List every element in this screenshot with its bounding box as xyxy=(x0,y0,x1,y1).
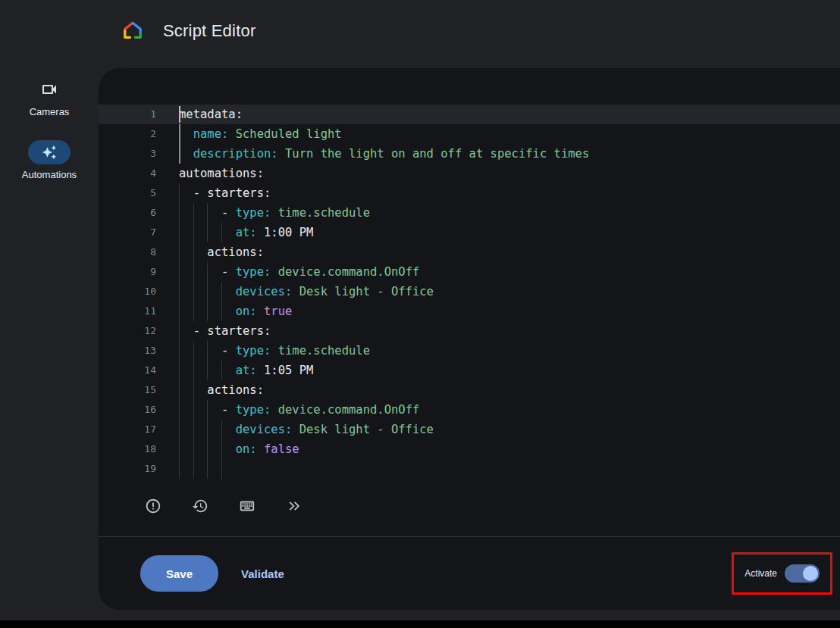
script-editor-page: Script Editor Cameras Automations 1metad… xyxy=(0,0,840,628)
problems-button[interactable] xyxy=(138,491,168,521)
line-number: 8 xyxy=(99,242,156,262)
code-line-13[interactable]: 13 - type: time.schedule xyxy=(99,341,840,361)
indent-guide xyxy=(207,341,208,361)
indent-guide xyxy=(193,223,194,242)
code-line-6[interactable]: 6 - type: time.schedule xyxy=(99,203,840,223)
indent-guide xyxy=(207,203,208,223)
indent-guide xyxy=(207,223,208,242)
sidebar-item-automations[interactable]: Automations xyxy=(22,140,77,180)
indent-guide xyxy=(207,400,208,420)
activate-toggle[interactable] xyxy=(785,564,820,583)
indent-guide xyxy=(193,203,194,223)
code-line-1[interactable]: 1metadata: xyxy=(99,105,840,124)
code-line-7[interactable]: 7 at: 1:00 PM xyxy=(99,223,840,242)
indent-guide xyxy=(221,282,222,302)
code-line-text: on: true xyxy=(179,302,292,321)
code-line-text: - type: device.command.OnOff xyxy=(179,400,419,420)
line-number: 14 xyxy=(99,361,156,380)
auto-awesome-icon xyxy=(28,140,71,164)
indent-guide xyxy=(179,459,180,479)
keyboard-icon xyxy=(239,498,255,514)
indent-guide xyxy=(221,439,222,459)
line-number: 10 xyxy=(99,282,156,302)
code-line-15[interactable]: 15 actions: xyxy=(99,380,840,400)
code-line-16[interactable]: 16 - type: device.command.OnOff xyxy=(99,400,840,420)
code-line-text: - starters: xyxy=(179,321,271,341)
code-line-4[interactable]: 4automations: xyxy=(99,164,840,183)
code-line-8[interactable]: 8 actions: xyxy=(99,242,840,262)
sidebar: Cameras Automations xyxy=(0,62,99,180)
line-number: 15 xyxy=(99,380,156,400)
indent-guide xyxy=(179,400,180,420)
line-number: 2 xyxy=(99,124,156,144)
indent-guide xyxy=(193,459,194,479)
indent-guide xyxy=(179,282,180,302)
indent-guide xyxy=(207,420,208,439)
code-line-text: at: 1:05 PM xyxy=(179,361,313,380)
keyboard-button[interactable] xyxy=(232,491,262,521)
line-number: 18 xyxy=(99,439,156,459)
line-number: 7 xyxy=(99,223,156,242)
indent-guide xyxy=(193,380,194,400)
code-line-text: - type: time.schedule xyxy=(179,203,370,223)
code-line-18[interactable]: 18 on: false xyxy=(99,439,840,459)
code-line-14[interactable]: 14 at: 1:05 PM xyxy=(99,361,840,380)
code-line-9[interactable]: 9 - type: device.command.OnOff xyxy=(99,262,840,282)
code-line-10[interactable]: 10 devices: Desk light - Office xyxy=(99,282,840,302)
code-line-17[interactable]: 17 devices: Desk light - Office xyxy=(99,420,840,439)
indent-guide xyxy=(207,439,208,459)
app-header: Script Editor xyxy=(0,0,840,62)
indent-guide xyxy=(221,420,222,439)
indent-guide xyxy=(207,361,208,380)
indent-guide xyxy=(221,459,222,479)
indent-guide xyxy=(193,361,194,380)
line-number: 13 xyxy=(99,341,156,361)
camera-icon xyxy=(28,77,71,102)
indent-guide xyxy=(207,282,208,302)
active-indent-guide xyxy=(179,124,180,144)
indent-guide xyxy=(193,439,194,459)
line-number: 11 xyxy=(99,302,156,321)
code-lines: 1metadata:2 name: Scheduled light3 descr… xyxy=(99,105,840,479)
indent-guide xyxy=(179,302,180,321)
sidebar-item-cameras[interactable]: Cameras xyxy=(28,77,71,117)
code-line-5[interactable]: 5 - starters: xyxy=(99,183,840,203)
line-number: 9 xyxy=(99,262,156,282)
code-line-text: - type: device.command.OnOff xyxy=(179,262,419,282)
history-button[interactable] xyxy=(185,491,215,521)
code-line-19[interactable]: 19 xyxy=(99,459,840,479)
indent-guide xyxy=(179,439,180,459)
google-home-logo-icon xyxy=(121,20,144,42)
sidebar-item-label: Automations xyxy=(22,169,77,180)
active-indent-guide xyxy=(179,144,180,164)
indent-guide xyxy=(179,203,180,223)
validate-button[interactable]: Validate xyxy=(241,567,284,580)
code-line-text: actions: xyxy=(179,242,264,262)
indent-guide xyxy=(193,420,194,439)
activate-label: Activate xyxy=(744,568,777,579)
line-number: 3 xyxy=(99,144,156,164)
code-line-text: - starters: xyxy=(179,183,271,203)
code-editor[interactable]: 1metadata:2 name: Scheduled light3 descr… xyxy=(99,68,840,479)
code-line-12[interactable]: 12 - starters: xyxy=(99,321,840,341)
indent-guide xyxy=(207,459,208,479)
history-icon xyxy=(192,498,208,514)
line-number: 4 xyxy=(99,164,156,183)
line-number: 19 xyxy=(99,459,156,479)
indent-guide xyxy=(193,341,194,361)
toggle-knob xyxy=(803,566,818,581)
more-tools-button[interactable] xyxy=(279,491,309,521)
code-line-text: devices: Desk light - Office xyxy=(179,282,434,302)
annotation-highlight-box: Activate xyxy=(732,552,832,595)
code-line-text: metadata: xyxy=(179,105,243,124)
code-line-3[interactable]: 3 description: Turn the light on and off… xyxy=(99,144,840,164)
code-line-text: devices: Desk light - Office xyxy=(179,420,434,439)
save-button[interactable]: Save xyxy=(140,555,218,592)
line-number: 6 xyxy=(99,203,156,223)
code-line-2[interactable]: 2 name: Scheduled light xyxy=(99,124,840,144)
code-line-11[interactable]: 11 on: true xyxy=(99,302,840,321)
code-line-text: description: Turn the light on and off a… xyxy=(179,144,589,164)
code-line-text: on: false xyxy=(179,439,299,459)
indent-guide xyxy=(193,302,194,321)
bottom-black-bar xyxy=(0,620,840,628)
